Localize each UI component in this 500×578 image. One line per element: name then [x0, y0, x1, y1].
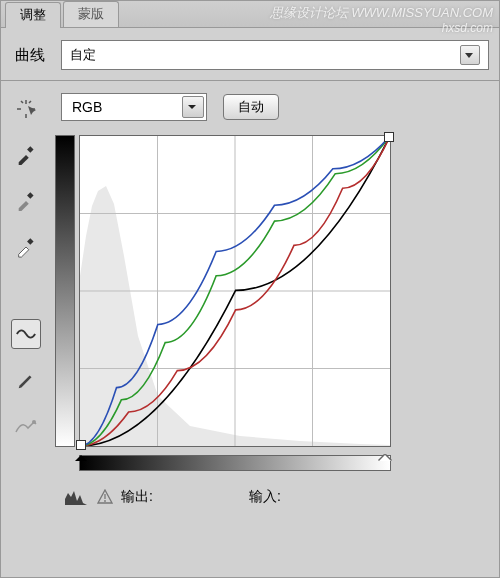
auto-button[interactable]: 自动: [223, 94, 279, 120]
svg-point-11: [104, 500, 106, 502]
panel-tabs: 调整 蒙版: [1, 1, 499, 28]
target-adjust-icon[interactable]: [12, 95, 40, 123]
preset-select[interactable]: 自定: [61, 40, 489, 70]
output-label: 输出:: [121, 488, 241, 506]
eyedropper-white-icon[interactable]: [12, 233, 40, 261]
white-slider[interactable]: [379, 449, 391, 461]
adjustments-panel: 思缘设计论坛 WWW.MISSYUAN.COM hxsd.com 调整 蒙版 曲…: [0, 0, 500, 578]
curve-point-white[interactable]: [384, 132, 394, 142]
horizontal-gradient: [79, 455, 391, 471]
pencil-tool-icon[interactable]: [12, 367, 40, 395]
curves-label: 曲线: [15, 46, 61, 65]
eyedropper-black-icon[interactable]: [12, 141, 40, 169]
main-area: RGB 自动: [51, 81, 499, 507]
svg-rect-2: [27, 238, 33, 244]
horizontal-gradient-row: [79, 451, 485, 475]
chevron-down-icon: [182, 96, 204, 118]
smooth-tool-icon[interactable]: [12, 413, 40, 441]
channel-select[interactable]: RGB: [61, 93, 207, 121]
output-row: 输出: 输入:: [55, 475, 485, 507]
tab-masks[interactable]: 蒙版: [63, 1, 119, 27]
tab-adjustments[interactable]: 调整: [5, 2, 61, 28]
eyedropper-gray-icon[interactable]: [12, 187, 40, 215]
histogram-icon[interactable]: [63, 487, 89, 507]
tool-column: [1, 81, 51, 507]
svg-point-3: [32, 420, 36, 424]
input-label: 输入:: [249, 488, 369, 506]
black-slider[interactable]: [75, 449, 87, 461]
channel-value: RGB: [72, 99, 102, 115]
curves-graph[interactable]: [79, 135, 391, 447]
svg-rect-0: [27, 146, 33, 152]
preset-value: 自定: [70, 46, 96, 64]
warning-icon: [97, 489, 113, 505]
svg-rect-1: [27, 192, 33, 198]
curve-tool-icon[interactable]: [11, 319, 41, 349]
vertical-gradient: [55, 135, 75, 447]
chevron-down-icon: [460, 45, 480, 65]
preset-row: 曲线 自定: [1, 28, 499, 81]
